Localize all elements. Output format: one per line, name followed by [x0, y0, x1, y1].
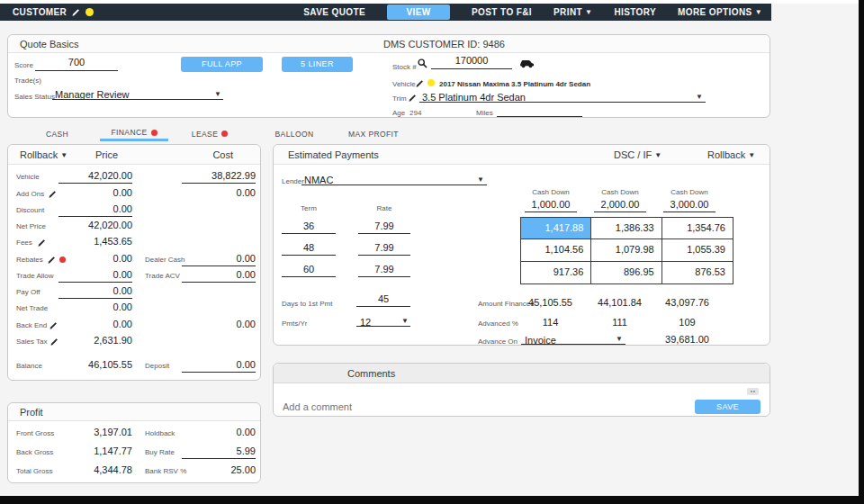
more-options-menu[interactable]: MORE OPTIONS▼: [678, 7, 762, 17]
resize-handle-icon[interactable]: [747, 388, 759, 395]
vehicle-cost-input[interactable]: 38,822.99: [182, 170, 256, 184]
cash-down-input-2[interactable]: 2,000.00: [594, 199, 646, 212]
rollback-menu[interactable]: Rollback▼: [20, 149, 68, 160]
vehicle-price-input[interactable]: 42,020.00: [58, 170, 132, 184]
pay-off-input[interactable]: 0.00: [58, 285, 132, 299]
back-end-price: 0.00: [58, 319, 132, 332]
edit-pencil-icon[interactable]: [416, 79, 424, 87]
lender-dropdown[interactable]: NMAC ▼: [302, 171, 487, 185]
rollback-row-net-price: Net Price 42,020.00: [8, 220, 260, 234]
payment-cell-r1c1[interactable]: 1,079.98: [591, 239, 662, 261]
cash-down-header-1: Cash Down: [525, 188, 577, 196]
screen-border-right: [859, 0, 864, 504]
trade-acv-input[interactable]: 0.00: [182, 269, 256, 283]
age-value: 294: [410, 109, 421, 117]
cash-down-header-2: Cash Down: [594, 188, 646, 196]
estimated-payments-title: Estimated Payments: [288, 149, 379, 160]
edit-pencil-icon: [72, 8, 80, 16]
save-quote-button[interactable]: SAVE QUOTE: [303, 7, 365, 17]
payment-cell-r0c2[interactable]: 1,354.76: [662, 218, 733, 239]
payment-cell-r1c0[interactable]: 1,104.56: [521, 239, 591, 261]
advanced-pct-1: 114: [515, 317, 586, 328]
dealer-cash-input[interactable]: 0.00: [182, 253, 256, 266]
estimated-payments-header: Estimated Payments DSC / IF▼ Rollback▼: [274, 145, 770, 165]
payment-cell-r2c0[interactable]: 917.36: [521, 262, 591, 284]
chevron-down-icon: ▼: [696, 93, 703, 101]
five-liner-button[interactable]: 5 LINER: [282, 57, 353, 72]
car-icon[interactable]: [519, 57, 535, 68]
tab-max-profit[interactable]: MAX PROFIT: [346, 126, 401, 141]
rollback-row-trade-allow: Trade Allow 0.00 Trade ACV 0.00: [8, 269, 260, 284]
trim-dropdown[interactable]: 3.5 Platinum 4dr Sedan ▼: [419, 88, 706, 103]
net-price-value: 42,020.00: [58, 220, 132, 233]
payment-cell-r0c1[interactable]: 1,386.33: [591, 218, 662, 239]
edit-pencil-icon[interactable]: [38, 238, 46, 247]
net-trade-value: 0.00: [58, 302, 132, 315]
term-input-2[interactable]: 48: [282, 242, 336, 256]
comments-panel: Comments SAVE: [273, 363, 770, 417]
search-icon[interactable]: [418, 58, 428, 68]
rate-input-1[interactable]: 7.99: [358, 220, 410, 234]
chevron-down-icon: ▼: [755, 8, 762, 16]
rollback-row-discount: Discount 0.00: [8, 203, 260, 218]
edit-pencil-icon[interactable]: [48, 256, 56, 264]
tab-cash[interactable]: CASH: [32, 126, 82, 141]
rollback-row-balance: Balance 46,105.55 Deposit 0.00: [8, 359, 260, 374]
dms-customer-id: DMS CUSTOMER ID: 9486: [383, 35, 505, 53]
print-menu[interactable]: PRINT▼: [554, 7, 592, 17]
advanced-pct-label: Advanced %: [478, 320, 518, 328]
bank-rsv-value: 25.00: [182, 464, 256, 478]
tab-balloon[interactable]: BALLOON: [269, 126, 320, 141]
cash-down-input-3[interactable]: 3,000.00: [663, 199, 716, 212]
term-input-1[interactable]: 36: [282, 220, 336, 234]
trade-allow-input[interactable]: 0.00: [58, 269, 132, 283]
full-app-button[interactable]: FULL APP: [181, 57, 263, 72]
payment-cell-r2c2[interactable]: 876.53: [662, 262, 733, 284]
comment-input[interactable]: [283, 401, 679, 412]
back-gross-value: 1,147.77: [58, 446, 132, 459]
trades-label: Trade(s): [14, 76, 41, 85]
amount-financed-2: 44,101.84: [584, 297, 655, 308]
comments-title: Comments: [347, 364, 395, 383]
buy-rate-input[interactable]: 5.99: [182, 446, 256, 459]
payment-cell-r0c0[interactable]: 1,417.88: [521, 218, 591, 239]
cash-down-input-1[interactable]: 1,000.00: [525, 199, 577, 212]
edit-pencil-icon[interactable]: [50, 321, 58, 329]
term-input-3[interactable]: 60: [282, 264, 336, 277]
top-navigation-bar: CUSTOMER SAVE QUOTE VIEW POST TO F&I PRI…: [0, 4, 771, 21]
payment-cell-r2c1[interactable]: 896.95: [591, 262, 662, 284]
payment-cell-r1c2[interactable]: 1,055.39: [662, 239, 733, 261]
deposit-input[interactable]: 0.00: [182, 359, 256, 373]
advance-on-dropdown[interactable]: Invoice ▼: [521, 331, 626, 345]
amount-financed-3: 43,097.76: [652, 297, 723, 308]
payments-rollback-menu[interactable]: Rollback▼: [707, 145, 755, 166]
edit-pencil-icon[interactable]: [50, 338, 58, 346]
rollback-panel: Rollback▼ Price Cost Vehicle 42,020.00 3…: [7, 144, 261, 381]
dsc-if-menu[interactable]: DSC / IF▼: [614, 145, 662, 166]
post-to-fi-button[interactable]: POST TO F&I: [472, 7, 532, 17]
edit-pencil-icon[interactable]: [49, 190, 57, 198]
stock-number-input[interactable]: 170000: [431, 55, 512, 69]
sales-status-dropdown[interactable]: Manager Review ▼: [52, 86, 223, 100]
comment-save-button[interactable]: SAVE: [695, 400, 760, 414]
score-input[interactable]: 700: [35, 57, 118, 71]
back-end-cost: 0.00: [182, 319, 256, 332]
view-button[interactable]: VIEW: [387, 4, 450, 20]
edit-pencil-icon[interactable]: [409, 94, 417, 102]
comments-header: Comments: [274, 364, 770, 383]
pmts-yr-label: Pmts/Yr: [282, 320, 307, 328]
history-button[interactable]: HISTORY: [614, 7, 656, 17]
miles-input[interactable]: [497, 104, 582, 117]
customer-menu[interactable]: CUSTOMER: [13, 7, 94, 17]
cost-column-header: Cost: [212, 145, 233, 165]
discount-input[interactable]: 0.00: [58, 203, 132, 217]
tab-finance[interactable]: FINANCE: [100, 126, 168, 141]
tab-lease[interactable]: LEASE: [181, 126, 238, 141]
chevron-down-icon: ▼: [748, 151, 755, 159]
rollback-row-sales-tax: Sales Tax 2,631.90: [8, 335, 260, 349]
days-to-first-pmt-input[interactable]: 45: [356, 293, 410, 307]
rate-input-3[interactable]: 7.99: [358, 264, 410, 277]
rate-input-2[interactable]: 7.99: [358, 242, 410, 256]
profit-row-back-gross: Back Gross 1,147.77 Buy Rate 5.99: [8, 446, 260, 460]
pmts-yr-dropdown[interactable]: 12 ▼: [356, 313, 410, 327]
